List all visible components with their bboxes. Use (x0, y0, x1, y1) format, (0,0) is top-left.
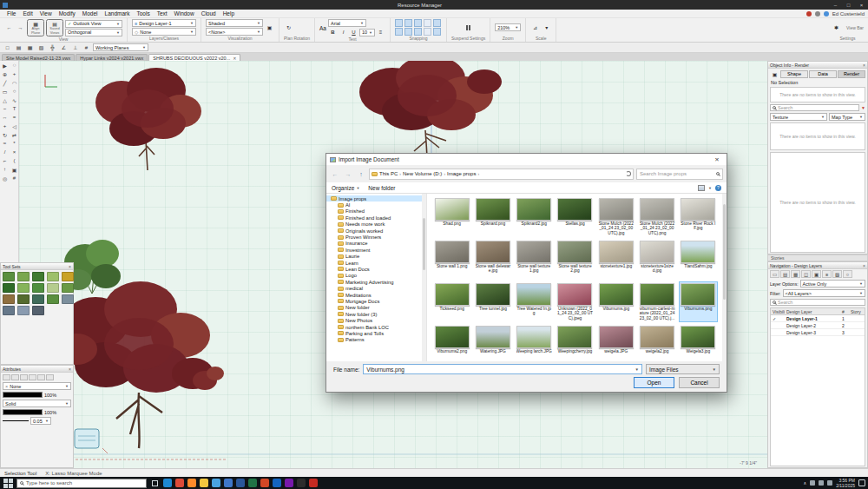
folder-tree-item[interactable]: Investment (326, 247, 426, 253)
tab-data[interactable]: Data (809, 70, 837, 78)
action-center-icon[interactable] (858, 479, 865, 486)
file-item[interactable]: Spiknard.png (473, 196, 512, 237)
palette-tool[interactable]: + (10, 69, 19, 78)
tool-set-icon[interactable] (32, 306, 44, 315)
file-item[interactable]: TlandSahm.jpg (679, 239, 718, 280)
close-tab-icon[interactable]: ✕ (233, 56, 236, 61)
open-button[interactable]: Open (634, 377, 674, 388)
tab-render[interactable]: Render (838, 70, 865, 78)
menu-item[interactable]: Landmark (102, 10, 134, 17)
new-folder-button[interactable]: New folder (368, 185, 395, 191)
palette-tool[interactable]: ⊕ (0, 69, 10, 78)
file-item[interactable]: Stone wall 1.png (432, 239, 471, 280)
palette-tool[interactable]: * (10, 139, 19, 148)
tree-scrollbar[interactable] (422, 194, 426, 361)
mode-button[interactable]: ╬ (48, 43, 57, 52)
account-name[interactable]: Ed Custenield (832, 11, 865, 17)
navigation-mode-icon[interactable]: ◫ (801, 270, 811, 278)
taskbar-app-icon[interactable] (285, 479, 293, 487)
view-mode-icon[interactable] (698, 185, 705, 191)
dialog-titlebar[interactable]: Import Image Document ✕ (326, 154, 727, 165)
dialog-close-icon[interactable]: ✕ (707, 154, 727, 165)
taskbar-app-icon[interactable] (187, 479, 196, 487)
palette-tool[interactable]: ▣ (10, 165, 19, 174)
network-icon[interactable] (810, 480, 815, 486)
mode-button[interactable]: ▦ (25, 43, 35, 52)
folder-tree-item[interactable]: Patterns (326, 337, 426, 343)
palette-tool[interactable]: T (10, 104, 19, 113)
tool-set-icon[interactable] (17, 306, 30, 315)
document-tab[interactable]: Hypar Links v2024 v2021.vwx ✕ (76, 54, 148, 61)
file-item[interactable]: Stone wall texture2.jpg (556, 239, 595, 280)
file-item[interactable]: Stone River Rock IF.jpg (679, 196, 718, 237)
menu-item[interactable]: Text (154, 10, 171, 17)
file-item[interactable]: Viburnums2.png (432, 324, 471, 361)
file-item[interactable]: weigela.JPG (596, 324, 635, 361)
align-plane-button[interactable]: ▦ Align Plane (27, 19, 44, 36)
tray-chevron-icon[interactable]: ∧ (803, 480, 806, 486)
refresh-icon[interactable] (626, 171, 631, 176)
file-item[interactable]: Viburnums.png (679, 281, 718, 322)
design-layer-row[interactable]: Design Layer-3 3 (771, 329, 865, 336)
palette-tool[interactable]: × (10, 148, 19, 156)
up-icon[interactable]: ↑ (356, 169, 366, 179)
gear-icon[interactable]: ✱ (832, 23, 841, 32)
cancel-button[interactable]: Cancel (679, 377, 720, 388)
folder-tree-item[interactable]: Needs more work (326, 221, 426, 228)
fill-color-swatch[interactable] (3, 392, 43, 398)
pen-style-dropdown[interactable]: Solid ▼ (3, 400, 71, 407)
palette-tool[interactable]: ◌ (10, 61, 19, 69)
taskbar-search-input[interactable]: Type here to search (16, 479, 147, 488)
palette-tool[interactable]: # (10, 174, 19, 182)
back-icon[interactable]: ← (330, 169, 340, 179)
navigation-mode-icon[interactable]: ▧ (832, 270, 842, 278)
next-view-icon[interactable]: → (16, 23, 25, 32)
scale-icon[interactable]: ⊿ (530, 23, 540, 32)
file-item[interactable]: Unknown (2022_01_24 23_02_00 UTC).jpeg (556, 281, 595, 322)
folder-tree-item[interactable]: Logo (326, 273, 426, 279)
palette-tool[interactable]: ◁ (10, 122, 19, 130)
render-mode-dropdown[interactable]: Shaded ▼ (206, 19, 263, 27)
filter-funnel-icon[interactable]: ▼ (861, 105, 865, 110)
chevron-down-icon[interactable]: ▼ (708, 186, 712, 190)
menu-item[interactable]: File (3, 10, 19, 17)
folder-tree-item[interactable]: medical (326, 285, 426, 291)
taskbar-app-icon[interactable] (175, 479, 184, 487)
mode-button[interactable]: □ (3, 43, 12, 52)
tool-set-icon[interactable] (47, 294, 59, 304)
file-item[interactable]: weigela2.jpg (637, 324, 676, 361)
align-left-icon[interactable]: ≡ (376, 28, 385, 36)
dialog-search-input[interactable]: Search Image props (636, 169, 723, 180)
snap-toggle[interactable] (395, 28, 403, 36)
menu-item[interactable]: Modify (56, 10, 79, 17)
file-name-input[interactable]: Viburnums.png ▼ (363, 364, 642, 374)
fill-hatch-icon[interactable] (29, 374, 36, 380)
start-button[interactable] (3, 478, 13, 488)
breadcrumb-segment[interactable]: Image props (445, 171, 477, 176)
file-item[interactable]: Tickseed.png (432, 281, 471, 322)
folder-tree-item[interactable]: Insurance (326, 241, 426, 247)
palette-tool[interactable]: ◠ (10, 78, 19, 87)
fill-image-icon[interactable] (46, 374, 54, 380)
close-icon[interactable]: × (863, 63, 865, 68)
navigation-mode-icon[interactable]: ≡ (822, 270, 832, 278)
folder-tree-item[interactable]: Laurie (326, 254, 426, 260)
filter-dropdown[interactable]: <All Layers> ▼ (783, 289, 866, 297)
taskbar-app-icon[interactable] (200, 479, 208, 487)
palette-tool[interactable]: ↑ (0, 165, 10, 174)
fill-none-icon[interactable] (3, 374, 10, 380)
fill-pattern-icon[interactable] (20, 374, 28, 380)
menu-item[interactable]: View (36, 10, 56, 17)
active-layer-dropdown[interactable]: ≡ Design Layer-1 ▼ (132, 19, 196, 27)
palette-tool[interactable]: ~ (0, 104, 10, 113)
files-scrollbar[interactable] (722, 194, 727, 361)
mode-button[interactable]: ⊥ (70, 43, 80, 52)
folder-tree-item[interactable]: Finished (326, 208, 426, 215)
palette-tool[interactable]: ○ (10, 87, 19, 96)
file-item[interactable]: Watering.JPG (473, 324, 512, 361)
palette-tool[interactable]: ⌐ (0, 156, 10, 165)
tool-set-icon[interactable] (17, 294, 30, 304)
taskbar-app-icon[interactable] (248, 479, 257, 487)
tool-set-icon[interactable] (17, 283, 30, 293)
palette-tool[interactable]: + (0, 122, 10, 130)
